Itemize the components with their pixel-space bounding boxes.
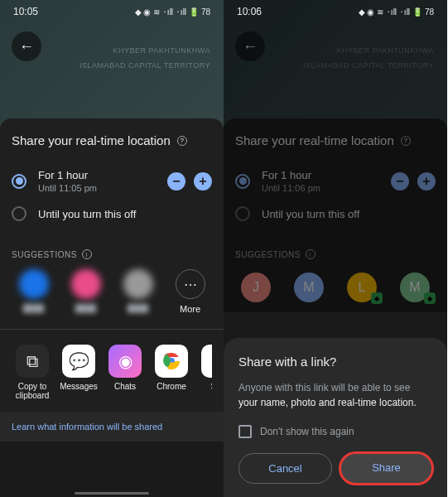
minus-button[interactable]: − xyxy=(167,172,185,191)
learn-link[interactable]: Learn what information will be shared xyxy=(0,412,224,442)
dont-show-checkbox[interactable]: Don't show this again xyxy=(238,425,432,438)
cancel-button[interactable]: Cancel xyxy=(238,453,332,484)
status-icons: ◆ ◉ ≋ ⬝ıll ⬝ıll 🔋78 xyxy=(359,7,434,17)
dialog-title: Share with a link? xyxy=(238,355,432,369)
dimmed-bg: ← KHYBER PAKHTUNKHWA ISLAMABAD CAPITAL T… xyxy=(224,0,447,312)
screen-left: 10:05 ◆ ◉ ≋ ⬝ıll ⬝ıll 🔋78 ← KHYBER PAKHT… xyxy=(0,0,224,497)
statusbar: 10:05 ◆ ◉ ≋ ⬝ıll ⬝ıll 🔋78 xyxy=(0,0,224,23)
option-label: Until you turn this off xyxy=(38,208,212,220)
info-icon[interactable]: i xyxy=(82,249,92,259)
app-chrome[interactable]: Chrome xyxy=(151,345,192,400)
status-time: 10:06 xyxy=(237,6,262,17)
map-label: ISLAMABAD CAPITAL TERRITORY xyxy=(79,61,210,70)
suggestion-contact[interactable]: ████ xyxy=(116,269,160,314)
statusbar: 10:06 ◆ ◉ ≋ ⬝ıll ⬝ıll 🔋78 xyxy=(224,0,447,23)
sheet-title: Share your real-time location ? xyxy=(12,133,212,147)
app-more[interactable]: Sav xyxy=(197,345,212,400)
option-until-off[interactable]: Until you turn this off xyxy=(12,200,212,228)
checkbox-icon xyxy=(238,425,252,438)
radio-unchecked-icon xyxy=(12,206,26,221)
map-label: ISLAMABAD CAPITAL TERRITORY xyxy=(303,61,434,70)
suggestion-contact[interactable]: ████ xyxy=(64,269,108,314)
share-sheet: Share your real-time location ? For 1 ho… xyxy=(0,118,224,442)
suggestions-row: ████ ████ ████ ⋯More xyxy=(12,269,212,314)
option-label: For 1 hour xyxy=(38,169,156,181)
app-copy[interactable]: ⧉Copy toclipboard xyxy=(12,345,53,400)
back-button[interactable]: ← xyxy=(12,31,41,61)
back-button: ← xyxy=(235,31,265,61)
dialog-body: Anyone with this link will be able to se… xyxy=(238,380,432,410)
nav-handle[interactable] xyxy=(75,492,149,495)
divider xyxy=(0,329,224,330)
status-time: 10:05 xyxy=(13,6,38,17)
suggestion-contact[interactable]: ████ xyxy=(12,269,55,314)
app-chats[interactable]: ◉Chats xyxy=(104,345,146,400)
suggestions-label: SUGGESTIONS i xyxy=(12,249,212,259)
status-icons: ◆ ◉ ≋ ⬝ıll ⬝ıll 🔋78 xyxy=(135,7,210,17)
share-sheet: Share your real-time location? For 1 hou… xyxy=(224,118,447,312)
share-link-dialog: Share with a link? Anyone with this link… xyxy=(224,338,447,497)
help-icon[interactable]: ? xyxy=(177,136,187,146)
option-sub: Until 11:05 pm xyxy=(38,183,156,193)
plus-button[interactable]: + xyxy=(194,172,212,191)
radio-checked-icon xyxy=(12,174,26,189)
option-1hour[interactable]: For 1 hour Until 11:05 pm − + xyxy=(12,162,212,200)
share-apps-row[interactable]: ⧉Copy toclipboard 💬Messages ◉Chats Chrom… xyxy=(12,338,212,412)
screen-right: 10:06 ◆ ◉ ≋ ⬝ıll ⬝ıll 🔋78 ← KHYBER PAKHT… xyxy=(224,0,447,497)
share-button[interactable]: Share xyxy=(340,453,432,484)
map-label: KHYBER PAKHTUNKHWA xyxy=(113,46,210,55)
map-label: KHYBER PAKHTUNKHWA xyxy=(336,46,434,55)
app-messages[interactable]: 💬Messages xyxy=(58,345,99,400)
more-button[interactable]: ⋯More xyxy=(168,269,212,314)
